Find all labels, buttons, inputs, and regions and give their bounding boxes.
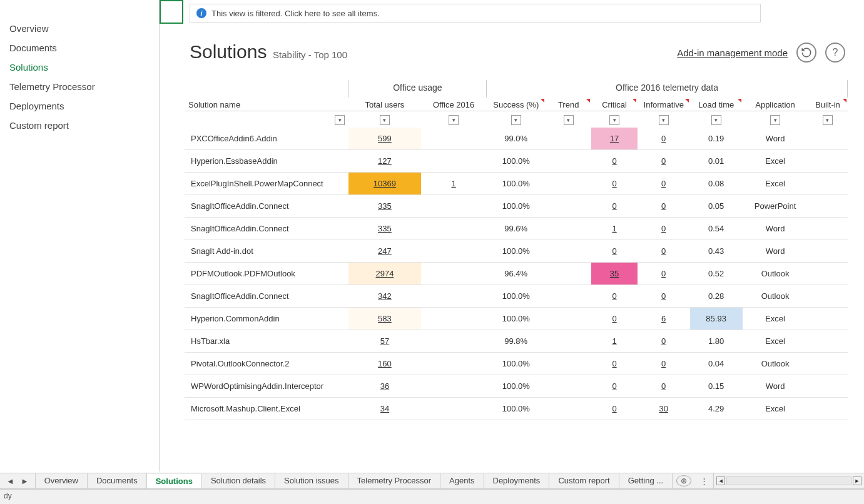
table-row[interactable]: HsTbar.xla5799.8%101.80Excel bbox=[185, 330, 848, 353]
cell-critical[interactable]: 1 bbox=[591, 218, 637, 240]
cell-informative[interactable]: 0 bbox=[638, 150, 690, 173]
sidebar-item-deployments[interactable]: Deployments bbox=[0, 96, 159, 116]
cell-critical[interactable]: 0 bbox=[612, 291, 616, 301]
filter-critical[interactable]: ▾ bbox=[609, 115, 619, 125]
filter-informative[interactable]: ▾ bbox=[659, 115, 669, 125]
table-row[interactable]: SnagIt Add-in.dot247100.0%000.43Word bbox=[185, 240, 848, 263]
cell-total-users[interactable]: 2974 bbox=[348, 263, 420, 285]
cell-informative[interactable]: 30 bbox=[659, 404, 668, 413]
cell-informative[interactable]: 0 bbox=[661, 359, 666, 368]
cell-critical[interactable]: 17 bbox=[591, 128, 637, 150]
cell-informative[interactable]: 0 bbox=[638, 195, 690, 218]
cell-informative[interactable]: 0 bbox=[661, 134, 666, 143]
cell-total-users[interactable]: 36 bbox=[348, 375, 420, 398]
cell-informative[interactable]: 0 bbox=[661, 246, 666, 256]
cell-total-users[interactable]: 335 bbox=[378, 224, 392, 233]
cell-critical[interactable]: 1 bbox=[612, 224, 616, 233]
cell-total-users[interactable]: 34 bbox=[380, 404, 389, 413]
cell-total-users[interactable]: 160 bbox=[348, 353, 420, 375]
sidebar-item-solutions[interactable]: Solutions bbox=[0, 58, 159, 77]
cell-informative[interactable]: 0 bbox=[638, 375, 690, 398]
cell-office-2016[interactable]: 1 bbox=[451, 179, 455, 188]
cell-informative[interactable]: 0 bbox=[661, 224, 666, 233]
cell-total-users[interactable]: 10369 bbox=[348, 173, 420, 195]
cell-informative[interactable]: 0 bbox=[638, 128, 690, 150]
help-button[interactable]: ? bbox=[825, 43, 845, 63]
cell-total-users[interactable]: 2974 bbox=[375, 269, 394, 278]
cell-informative[interactable]: 0 bbox=[638, 285, 690, 308]
cell-informative[interactable]: 0 bbox=[638, 218, 690, 240]
cell-informative[interactable]: 0 bbox=[638, 240, 690, 263]
table-row[interactable]: WPWordOptimisingAddin.Interceptor36100.0… bbox=[185, 375, 848, 398]
cell-informative[interactable]: 0 bbox=[638, 353, 690, 375]
cell-critical[interactable]: 0 bbox=[612, 404, 616, 413]
cell-total-users[interactable]: 335 bbox=[378, 201, 392, 211]
filter-app[interactable]: ▾ bbox=[770, 115, 780, 125]
cell-total-users[interactable]: 583 bbox=[378, 314, 392, 323]
filter-trend[interactable]: ▾ bbox=[564, 115, 574, 125]
cell-critical[interactable]: 0 bbox=[591, 195, 637, 218]
filter-name[interactable]: ▾ bbox=[335, 115, 345, 125]
refresh-button[interactable] bbox=[796, 43, 816, 63]
cell-informative[interactable]: 0 bbox=[661, 201, 666, 211]
sidebar-item-overview[interactable]: Overview bbox=[0, 19, 159, 38]
cell-total-users[interactable]: 127 bbox=[348, 150, 420, 173]
cell-informative[interactable]: 0 bbox=[661, 381, 666, 391]
cell-critical[interactable]: 0 bbox=[591, 375, 637, 398]
cell-total-users[interactable]: 247 bbox=[348, 240, 420, 263]
cell-critical[interactable]: 0 bbox=[612, 156, 616, 166]
filter-total[interactable]: ▾ bbox=[380, 115, 390, 125]
cell-office-2016[interactable]: 1 bbox=[421, 173, 487, 195]
filter-success[interactable]: ▾ bbox=[511, 115, 521, 125]
cell-critical[interactable]: 35 bbox=[610, 269, 619, 278]
cell-critical[interactable]: 0 bbox=[591, 173, 637, 195]
cell-critical[interactable]: 35 bbox=[591, 263, 637, 285]
cell-critical[interactable]: 0 bbox=[612, 381, 616, 391]
cell-total-users[interactable]: 34 bbox=[348, 398, 420, 420]
cell-total-users[interactable]: 10369 bbox=[374, 179, 396, 188]
cell-total-users[interactable]: 57 bbox=[348, 330, 420, 353]
addin-mode-link[interactable]: Add-in management mode bbox=[677, 48, 788, 58]
cell-informative[interactable]: 30 bbox=[638, 398, 690, 420]
cell-informative[interactable]: 0 bbox=[661, 291, 666, 301]
cell-informative[interactable]: 0 bbox=[661, 269, 666, 278]
cell-total-users[interactable]: 583 bbox=[348, 308, 420, 330]
filter-builtin[interactable]: ▾ bbox=[823, 115, 833, 125]
cell-total-users[interactable]: 342 bbox=[348, 285, 420, 308]
cell-informative[interactable]: 0 bbox=[638, 330, 690, 353]
cell-critical[interactable]: 0 bbox=[591, 150, 637, 173]
filter-load[interactable]: ▾ bbox=[711, 115, 721, 125]
cell-critical[interactable]: 0 bbox=[591, 240, 637, 263]
table-row[interactable]: SnagItOfficeAddin.Connect33599.6%100.54W… bbox=[185, 218, 848, 240]
cell-informative[interactable]: 0 bbox=[661, 179, 666, 188]
cell-critical[interactable]: 0 bbox=[612, 246, 616, 256]
sidebar-item-custom-report[interactable]: Custom report bbox=[0, 116, 159, 135]
cell-informative[interactable]: 6 bbox=[661, 314, 666, 323]
cell-critical[interactable]: 0 bbox=[591, 353, 637, 375]
table-row[interactable]: Hyperion.EssbaseAddin127100.0%000.01Exce… bbox=[185, 150, 848, 173]
cell-total-users[interactable]: 57 bbox=[380, 336, 389, 346]
cell-critical[interactable]: 0 bbox=[612, 179, 616, 188]
table-row[interactable]: SnagItOfficeAddin.Connect335100.0%000.05… bbox=[185, 195, 848, 218]
filter-banner[interactable]: i This view is filtered. Click here to s… bbox=[190, 4, 761, 23]
table-row[interactable]: Hyperion.CommonAddin583100.0%0685.93Exce… bbox=[185, 308, 848, 330]
cell-total-users[interactable]: 36 bbox=[380, 381, 389, 391]
cell-critical[interactable]: 0 bbox=[612, 314, 616, 323]
cell-critical[interactable]: 1 bbox=[612, 336, 616, 346]
cell-total-users[interactable]: 127 bbox=[378, 156, 392, 166]
cell-total-users[interactable]: 342 bbox=[378, 291, 392, 301]
sidebar-item-telemetry-processor[interactable]: Telemetry Processor bbox=[0, 77, 159, 96]
cell-total-users[interactable]: 335 bbox=[348, 195, 420, 218]
cell-total-users[interactable]: 160 bbox=[378, 359, 392, 368]
cell-informative[interactable]: 0 bbox=[638, 173, 690, 195]
cell-total-users[interactable]: 599 bbox=[378, 134, 392, 143]
cell-informative[interactable]: 6 bbox=[638, 308, 690, 330]
filter-o2016[interactable]: ▾ bbox=[449, 115, 459, 125]
table-row[interactable]: PXCOfficeAddin6.Addin59999.0%1700.19Word bbox=[185, 128, 848, 150]
sidebar-item-documents[interactable]: Documents bbox=[0, 38, 159, 58]
cell-critical[interactable]: 0 bbox=[591, 285, 637, 308]
table-row[interactable]: Microsoft.Mashup.Client.Excel34100.0%030… bbox=[185, 398, 848, 420]
cell-critical[interactable]: 1 bbox=[591, 330, 637, 353]
cell-total-users[interactable]: 335 bbox=[348, 218, 420, 240]
table-row[interactable]: Pivotal.OutlookConnector.2160100.0%000.0… bbox=[185, 353, 848, 375]
